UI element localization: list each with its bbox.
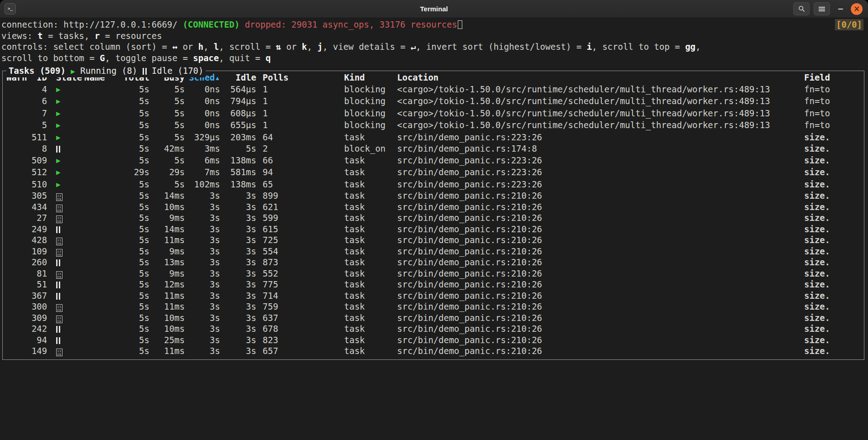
task-location: src/bin/demo_panic.rs:174:8 <box>395 143 801 154</box>
task-sched: 3ms <box>187 143 223 154</box>
task-total: 5s <box>120 345 152 357</box>
views-line: views: t = tasks, r = resources <box>1 30 868 42</box>
task-busy: 11ms <box>152 290 187 301</box>
task-row[interactable]: 3095s10ms3s3s637tasksrc/bin/demo_panic.r… <box>3 312 864 324</box>
task-row[interactable]: 5095s5s6ms138ms66tasksrc/bin/demo_panic.… <box>3 154 864 167</box>
task-kind: task <box>340 154 395 167</box>
terminal-window: Terminal connection: http://127.0.0.1:66… <box>0 0 868 440</box>
task-id: 94 <box>29 335 50 346</box>
column-header-polls[interactable]: Polls <box>259 72 340 83</box>
task-row[interactable]: 3055s14ms3s3s899tasksrc/bin/demo_panic.r… <box>3 190 864 201</box>
task-row[interactable]: 5115s5s329µs203ms64tasksrc/bin/demo_pani… <box>3 131 864 143</box>
task-idle: 581ms <box>223 166 259 178</box>
column-header-location[interactable]: Location <box>395 72 801 83</box>
task-idle: 203ms <box>223 131 259 143</box>
task-kind: task <box>340 290 395 301</box>
task-id: 367 <box>29 290 50 301</box>
task-location: src/bin/demo_panic.rs:210:26 <box>395 234 801 246</box>
titlebar-actions <box>793 2 863 15</box>
task-location: src/bin/demo_panic.rs:223:26 <box>395 131 801 143</box>
task-location: src/bin/demo_panic.rs:210:26 <box>395 335 801 346</box>
task-busy: 5s <box>152 107 187 120</box>
task-location: src/bin/demo_panic.rs:210:26 <box>395 268 801 279</box>
task-field: fn=to <box>801 95 864 107</box>
task-field: size. <box>801 290 864 301</box>
task-field: size. <box>801 131 864 143</box>
search-button[interactable] <box>793 2 810 15</box>
task-row[interactable]: 2425s10ms3s3s678tasksrc/bin/demo_panic.r… <box>3 323 864 335</box>
task-sched: 3s <box>187 290 223 301</box>
task-row[interactable]: 75s5s0ns608µs1blocking<cargo>/tokio-1.50… <box>3 107 864 120</box>
task-busy: 13ms <box>152 257 187 268</box>
column-header-kind[interactable]: Kind <box>340 72 395 83</box>
task-state <box>50 166 84 178</box>
task-field: size. <box>801 345 864 357</box>
task-row[interactable]: 1095s9ms3s3s554tasksrc/bin/demo_panic.rs… <box>3 246 864 257</box>
task-row[interactable]: 4285s11ms3s3s725tasksrc/bin/demo_panic.r… <box>3 234 864 246</box>
task-kind: task <box>340 257 395 268</box>
task-row[interactable]: 1495s11ms3s3s657tasksrc/bin/demo_panic.r… <box>3 345 864 357</box>
tasks-table: WarnIDStateNameTotalBusySched▴IdlePollsK… <box>3 72 864 357</box>
warn-cell <box>3 290 29 301</box>
task-row[interactable]: 45s5s0ns564µs1blocking<cargo>/tokio-1.50… <box>3 83 864 96</box>
task-idle: 3s <box>223 290 259 301</box>
task-row[interactable]: 4345s10ms3s3s621tasksrc/bin/demo_panic.r… <box>3 201 864 213</box>
task-kind: task <box>340 190 395 201</box>
task-field: size. <box>801 212 864 224</box>
warn-cell <box>3 83 29 96</box>
task-row[interactable]: 5105s5s102ms138ms65tasksrc/bin/demo_pani… <box>3 178 864 191</box>
task-kind: block_on <box>340 143 395 154</box>
running-state-icon <box>56 108 61 118</box>
task-id: 511 <box>29 131 50 143</box>
task-id: 428 <box>29 234 50 246</box>
warn-cell <box>3 143 29 154</box>
task-row[interactable]: 945s25ms3s3s823tasksrc/bin/demo_panic.rs… <box>3 335 864 346</box>
task-idle: 794µs <box>223 95 259 107</box>
task-row[interactable]: 85s42ms3ms5s2block_onsrc/bin/demo_panic.… <box>3 143 864 154</box>
titlebar[interactable]: Terminal <box>0 0 868 18</box>
task-total: 5s <box>120 246 152 257</box>
warn-cell <box>3 246 29 257</box>
warn-cell <box>3 190 29 201</box>
task-location: src/bin/demo_panic.rs:210:26 <box>395 345 801 357</box>
task-row[interactable]: 815s9ms3s3s552tasksrc/bin/demo_panic.rs:… <box>3 268 864 279</box>
name-cell <box>84 178 120 191</box>
warn-cell <box>3 323 29 335</box>
task-location: src/bin/demo_panic.rs:210:26 <box>395 201 801 213</box>
task-polls: 1 <box>259 83 340 96</box>
task-polls: 65 <box>259 178 340 191</box>
task-polls: 873 <box>259 257 340 268</box>
task-polls: 615 <box>259 224 340 235</box>
task-polls: 637 <box>259 312 340 324</box>
column-header-idle[interactable]: Idle <box>223 72 259 83</box>
task-id: 509 <box>29 154 50 167</box>
name-cell <box>84 154 120 167</box>
task-row[interactable]: 55s5s0ns655µs1blocking<cargo>/tokio-1.50… <box>3 119 864 131</box>
task-idle: 3s <box>223 190 259 201</box>
task-total: 5s <box>120 154 152 167</box>
task-busy: 25ms <box>152 335 187 346</box>
task-state <box>50 201 84 213</box>
menu-button[interactable] <box>814 2 830 15</box>
task-row[interactable]: 275s9ms3s3s599tasksrc/bin/demo_panic.rs:… <box>3 212 864 224</box>
task-idle: 564µs <box>223 83 259 96</box>
close-button[interactable] <box>851 3 863 15</box>
task-row[interactable]: 3675s11ms3s3s714tasksrc/bin/demo_panic.r… <box>3 290 864 301</box>
task-row[interactable]: 51229s29s7ms581ms94tasksrc/bin/demo_pani… <box>3 166 864 178</box>
task-row[interactable]: 2605s13ms3s3s873tasksrc/bin/demo_panic.r… <box>3 257 864 268</box>
task-polls: 678 <box>259 323 340 335</box>
column-header-field[interactable]: Field <box>801 72 864 83</box>
task-row[interactable]: 65s5s0ns794µs1blocking<cargo>/tokio-1.50… <box>3 95 864 107</box>
task-row[interactable]: 2495s14ms3s3s615tasksrc/bin/demo_panic.r… <box>3 224 864 235</box>
task-kind: task <box>340 246 395 257</box>
task-field: size. <box>801 301 864 312</box>
task-row[interactable]: 3005s11ms3s3s759tasksrc/bin/demo_panic.r… <box>3 301 864 312</box>
minimize-icon <box>838 9 843 10</box>
minimize-button[interactable] <box>834 2 847 15</box>
task-busy: 11ms <box>152 234 187 246</box>
task-row[interactable]: 515s12ms3s3s775tasksrc/bin/demo_panic.rs… <box>3 279 864 290</box>
task-idle: 3s <box>223 335 259 346</box>
task-field: size. <box>801 143 864 154</box>
name-cell <box>84 143 120 154</box>
task-total: 5s <box>120 279 152 290</box>
